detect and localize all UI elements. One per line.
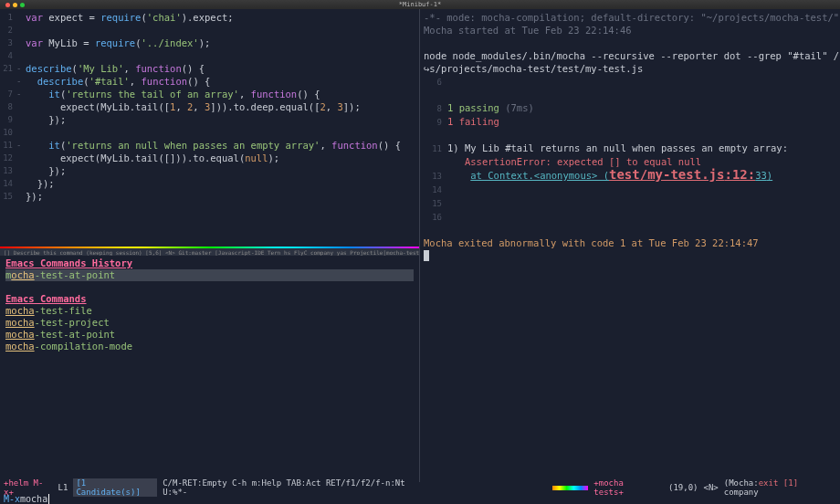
helm-candidate[interactable]: mocha-test-at-point [5, 329, 414, 341]
text-cursor-icon [48, 494, 49, 504]
mocha-error-location[interactable]: 13 at Context.<anonymous> (test/my-test.… [424, 168, 836, 183]
code-line[interactable]: - describe('#tail', function() { [0, 75, 419, 88]
code-line[interactable]: 15}); [0, 190, 419, 203]
code-editor[interactable]: 1var expect = require('chai').expect;23v… [0, 9, 419, 247]
fold-indicator-icon[interactable]: - [16, 139, 26, 152]
blank-line [424, 89, 836, 101]
fold-indicator-icon[interactable] [16, 24, 26, 37]
code-line[interactable]: 7- it('returns the tail of an array', fu… [0, 88, 419, 100]
comp-command-cont: ↪s/projects/mocha-test/test/my-test.js [424, 62, 836, 75]
fold-indicator-icon[interactable] [16, 100, 26, 113]
helm-section-header: Emacs Commands History [5, 257, 414, 269]
mocha-exit-line: Mocha exited abnormally with code 1 at T… [424, 236, 836, 249]
minibuffer-prompt: M-x [4, 494, 20, 504]
code-text[interactable]: var MyLib = require('../index'); [26, 37, 419, 49]
blank-line [424, 37, 836, 49]
blank-line: 14 [424, 183, 836, 196]
fold-indicator-icon[interactable]: - [16, 75, 26, 88]
code-text[interactable] [26, 126, 419, 139]
code-text[interactable]: }); [26, 190, 419, 203]
code-text[interactable]: describe('#tail', function() { [26, 75, 419, 88]
candidate-count: [1 Candidate(s)] [73, 478, 157, 497]
line-number: 7 [0, 88, 16, 100]
minibuffer-input[interactable]: mocha [20, 494, 47, 504]
helm-candidate[interactable]: mocha-test-file [5, 305, 414, 317]
minimize-icon[interactable] [13, 3, 17, 7]
mocha-assertion-error: AssertionError: expected [] to equal nul… [424, 155, 836, 168]
code-text[interactable]: }); [26, 164, 419, 177]
code-text[interactable]: }); [26, 177, 419, 190]
blank-line: 16 [424, 210, 836, 224]
line-number: 12 [0, 152, 16, 164]
fold-indicator-icon[interactable] [16, 11, 26, 24]
code-text[interactable]: expect(MyLib.tail([1, 2, 3])).to.deep.eq… [26, 100, 419, 113]
code-text[interactable]: describe('My Lib', function() { [26, 62, 419, 75]
window-controls [5, 3, 25, 7]
line-number: 2 [0, 24, 16, 37]
line-number [0, 75, 16, 88]
line-number: 13 [0, 164, 16, 177]
helm-completion-pane[interactable]: Emacs Commands Historymocha-test-at-poin… [0, 256, 419, 482]
compilation-output-pane[interactable]: -*- mode: mocha-compilation; default-dir… [420, 9, 840, 482]
code-line[interactable]: 12 expect(MyLib.tail([])).to.equal(null)… [0, 152, 419, 164]
bottom-bar: +helm M-x+ L1 [1 Candidate(s)] C/M-RET:E… [0, 482, 840, 504]
mocha-error-title: 111) My Lib #tail returns an null when p… [424, 142, 836, 155]
blank-line: 15 [424, 196, 836, 210]
fold-indicator-icon[interactable] [16, 164, 26, 177]
helm-candidate[interactable]: mocha-test-project [5, 317, 414, 329]
mocha-exit-status: (Mocha:exit [1] company [724, 478, 836, 497]
code-line[interactable]: 8 expect(MyLib.tail([1, 2, 3])).to.deep.… [0, 100, 419, 113]
line-number: 9 [0, 113, 16, 126]
code-line[interactable]: 1var expect = require('chai').expect; [0, 11, 419, 24]
line-number: 10 [0, 126, 16, 139]
code-text[interactable]: expect(MyLib.tail([])).to.equal(null); [26, 152, 419, 164]
line-number: 14 [0, 177, 16, 190]
fold-indicator-icon[interactable]: - [16, 88, 26, 100]
code-text[interactable]: }); [26, 113, 419, 126]
code-line[interactable]: 13 }); [0, 164, 419, 177]
code-text[interactable]: var expect = require('chai').expect; [26, 11, 419, 24]
comp-start-line: Mocha started at Tue Feb 23 22:14:46 [424, 24, 836, 37]
code-line[interactable]: 14 }); [0, 177, 419, 190]
fold-indicator-icon[interactable] [16, 177, 26, 190]
fold-indicator-icon[interactable]: - [16, 62, 26, 75]
code-text[interactable]: it('returns an null when passes an empty… [26, 139, 419, 152]
comp-command-line: node node_modules/.bin/mocha --recursive… [424, 49, 836, 62]
code-text[interactable]: it('returns the tail of an array', funct… [26, 88, 419, 100]
help-hints: C/M-RET:Empty C-h m:Help TAB:Act RET/f1/… [163, 478, 432, 497]
line-number: 21 [0, 62, 16, 75]
window-titlebar: *Minibuf-1* [0, 0, 840, 9]
mocha-failing: 91 failing [424, 115, 836, 129]
code-text[interactable] [26, 24, 419, 37]
code-line[interactable]: 9 }); [0, 113, 419, 126]
editor-modeline: [] Describe this command (keeping sessio… [0, 248, 419, 256]
line-number: 1 [0, 11, 16, 24]
fold-indicator-icon[interactable] [16, 126, 26, 139]
status-rainbow-icon [552, 486, 589, 490]
code-line[interactable]: 10 [0, 126, 419, 139]
code-line[interactable]: 21-describe('My Lib', function() { [0, 62, 419, 75]
output-cursor [424, 249, 836, 262]
code-line[interactable]: 11- it('returns an null when passes an e… [0, 139, 419, 152]
helm-section-header: Emacs Commands [5, 293, 414, 305]
cursor-position: (19,0) [668, 483, 698, 492]
fold-indicator-icon[interactable] [16, 190, 26, 203]
helm-candidate[interactable]: mocha-compilation-mode [5, 341, 414, 352]
mode-n: <N> [704, 483, 719, 492]
blank-line [424, 129, 836, 142]
comp-mode-line: -*- mode: mocha-compilation; default-dir… [424, 11, 836, 24]
code-text[interactable] [26, 49, 419, 62]
line-number: 11 [0, 139, 16, 152]
fold-indicator-icon[interactable] [16, 152, 26, 164]
window-title: *Minibuf-1* [399, 1, 441, 8]
fold-indicator-icon[interactable] [16, 49, 26, 62]
fold-indicator-icon[interactable] [16, 37, 26, 49]
line-number: 4 [0, 49, 16, 62]
code-line[interactable]: 3var MyLib = require('../index'); [0, 37, 419, 49]
helm-candidate[interactable]: mocha-test-at-point [5, 269, 414, 281]
fold-indicator-icon[interactable] [16, 113, 26, 126]
close-icon[interactable] [5, 3, 10, 7]
code-line[interactable]: 2 [0, 24, 419, 37]
maximize-icon[interactable] [20, 3, 25, 7]
code-line[interactable]: 4 [0, 49, 419, 62]
